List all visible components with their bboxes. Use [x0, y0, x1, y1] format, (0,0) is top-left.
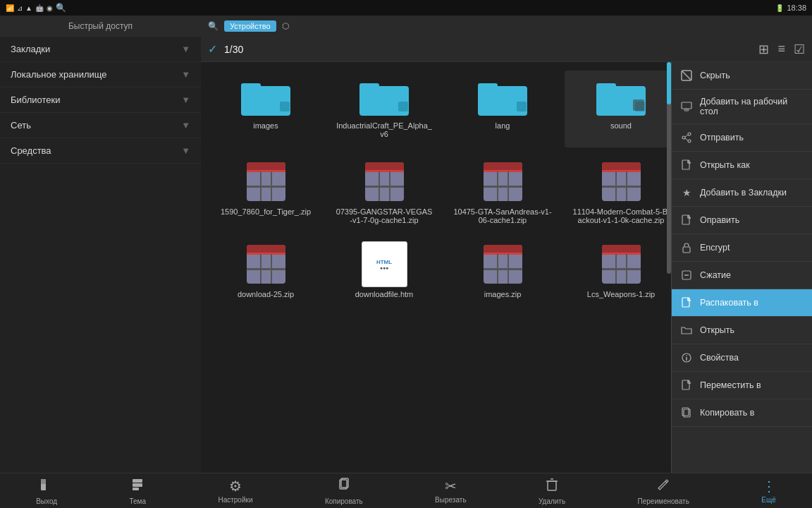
bottom-nav-settings[interactable]: ⚙ Настройки: [212, 475, 258, 507]
list-item[interactable]: HTML ●●● downloadfile.htm: [328, 236, 441, 304]
selection-count: 1/30: [224, 44, 243, 55]
lock-icon: [680, 241, 693, 254]
menu-item-label: Открыть: [700, 325, 734, 335]
list-item[interactable]: 10475-GTA-SanAndreas-v1-06-cache1.zip: [446, 153, 559, 230]
sidebar-item-tools[interactable]: Средства ▼: [0, 138, 201, 164]
menu-item-label: Распаковать в: [700, 298, 758, 308]
bottom-nav-rename[interactable]: Переименовать: [632, 474, 695, 508]
svg-rect-24: [247, 186, 285, 188]
bottom-nav-delete[interactable]: Удалить: [533, 474, 571, 508]
bottom-nav-label: Переименовать: [638, 497, 689, 505]
svg-rect-12: [633, 99, 644, 111]
list-item[interactable]: images.zip: [446, 236, 559, 304]
path-search-icon[interactable]: 🔍: [208, 21, 219, 31]
list-item[interactable]: InduactrialCraft_PE_Alpha_v6: [328, 71, 441, 147]
svg-line-97: [665, 481, 667, 483]
eye-icon: [680, 69, 693, 82]
list-item[interactable]: 11104-Modern-Combat-5-Blackout-v1-1-0k-c…: [565, 153, 677, 230]
menu-item-label: Сжатие: [700, 270, 731, 280]
device-badge[interactable]: Устройство: [224, 20, 276, 32]
bottom-nav-more[interactable]: ⋮ Ещё: [756, 475, 781, 507]
zip-icon: [480, 159, 526, 205]
extra-icon: ◉: [47, 4, 53, 12]
menu-item-add-desktop[interactable]: Добавить на рабочий стол: [672, 90, 812, 124]
menu-item-label: Свойства: [700, 353, 739, 363]
sim-icon: 📶: [6, 4, 14, 12]
list-item[interactable]: 1590_7860_for_Tiger_.zip: [209, 153, 322, 230]
menu-item-hide[interactable]: Скрыть: [672, 62, 812, 90]
list-item[interactable]: download-25.zip: [209, 236, 322, 304]
menu-item-open-as[interactable]: Открыть как: [672, 152, 812, 179]
zip-icon: [598, 241, 644, 287]
checkmark-icon: ✓: [208, 42, 217, 56]
sidebar-item-libraries[interactable]: Библиотеки ▼: [0, 87, 201, 113]
copy-icon: [680, 406, 693, 419]
svg-rect-90: [133, 483, 142, 487]
bottom-nav-exit[interactable]: Выход: [30, 474, 63, 508]
bottom-nav-label: Удалить: [539, 497, 565, 505]
bottom-nav-label: Ещё: [761, 496, 775, 504]
star-icon: ★: [680, 186, 693, 199]
bottom-nav-cut[interactable]: ✂ Вырезать: [429, 475, 472, 507]
list-view-icon[interactable]: ≡: [777, 42, 785, 56]
menu-item-unpack[interactable]: Распаковать в: [672, 289, 812, 317]
folder-selected-icon: [596, 76, 646, 119]
svg-rect-33: [484, 170, 522, 172]
svg-rect-94: [548, 481, 556, 490]
zip-icon: [480, 241, 526, 287]
time-display: 18:38: [787, 4, 806, 12]
status-bar: 📶 ⊿ ▲ 🤖 ◉ 🔍 🔋 18:38: [0, 0, 812, 16]
bottom-nav-label: Настройки: [218, 496, 252, 504]
zip-icon: [243, 241, 289, 287]
list-item[interactable]: images: [209, 71, 322, 147]
list-item[interactable]: sound: [565, 71, 677, 147]
path-share-icon[interactable]: ⬡: [282, 21, 289, 31]
menu-item-open[interactable]: Открыть: [672, 317, 812, 344]
svg-rect-60: [602, 268, 641, 270]
menu-item-properties[interactable]: Свойства: [672, 344, 812, 372]
unpack-icon: [680, 296, 693, 309]
menu-item-copy-to[interactable]: Копировать в: [672, 399, 812, 427]
delete-icon: [544, 477, 560, 496]
svg-point-70: [688, 133, 691, 135]
file-item-name: 11104-Modern-Combat-5-Blackout-v1-1-0k-c…: [572, 207, 670, 224]
bottom-nav-label: Выход: [36, 497, 57, 505]
signal-icon: ⊿: [17, 4, 23, 12]
file-item-name: sound: [610, 121, 632, 130]
menu-item-add-bookmarks[interactable]: ★ Добавить в Закладки: [672, 179, 812, 207]
menu-item-compress[interactable]: Сжатие: [672, 262, 812, 289]
menu-item-encrypt[interactable]: Encrypt: [672, 234, 812, 262]
menu-item-label: Скрыть: [700, 71, 730, 80]
list-item[interactable]: lang: [446, 71, 559, 147]
folder-icon: [359, 76, 409, 119]
svg-rect-89: [133, 479, 142, 483]
sidebar-item-network[interactable]: Сеть ▼: [0, 113, 201, 138]
svg-rect-68: [682, 102, 691, 109]
search-icon[interactable]: 🔍: [56, 3, 66, 13]
list-item[interactable]: Lcs_Weapons-1.zip: [565, 236, 677, 304]
zip-icon: [362, 159, 407, 205]
zip-icon: [598, 159, 644, 205]
select-all-icon[interactable]: ☑: [794, 42, 805, 57]
menu-item-send[interactable]: Оправить: [672, 207, 812, 234]
menu-item-move-to[interactable]: Переместить в: [672, 372, 812, 399]
grid-view-icon[interactable]: ⊞: [758, 42, 769, 57]
file-item-name: 07395-GANGSTAR-VEGAS-v1-7-0g-cache1.zip: [335, 207, 433, 224]
svg-rect-2: [280, 102, 290, 111]
share-icon: [680, 131, 693, 144]
bottom-nav-theme[interactable]: Тема: [124, 474, 152, 508]
chevron-down-icon: ▼: [181, 95, 190, 105]
sidebar-item-local-storage[interactable]: Локальное хранилище ▼: [0, 62, 201, 87]
menu-item-label: Оправить: [700, 215, 739, 225]
bottom-nav-copy[interactable]: Копировать: [319, 474, 369, 508]
menu-item-label: Переместить в: [700, 380, 761, 390]
svg-rect-69: [684, 109, 689, 111]
compress-icon: [680, 269, 693, 282]
menu-item-label: Encrypt: [700, 243, 730, 253]
menu-item-share[interactable]: Отправить: [672, 124, 812, 152]
bottom-nav-label: Копировать: [325, 497, 363, 505]
svg-rect-27: [365, 170, 404, 172]
settings-gear-icon: ⚙: [229, 478, 242, 495]
sidebar-item-bookmarks[interactable]: Закладки ▼: [0, 37, 201, 62]
list-item[interactable]: 07395-GANGSTAR-VEGAS-v1-7-0g-cache1.zip: [328, 153, 441, 230]
